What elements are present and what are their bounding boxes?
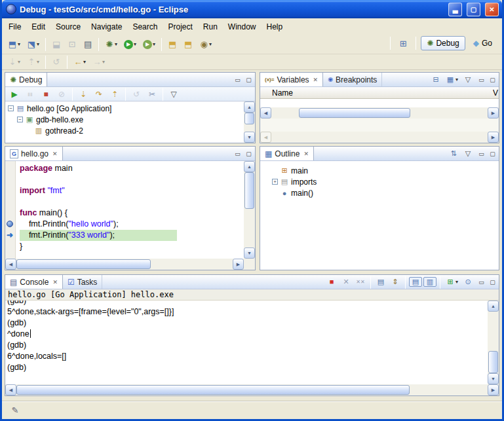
open-console-button-dropdown[interactable]: ▾ [456,280,458,285]
open-console-button[interactable]: ⊞▾ [444,277,460,287]
terminate-button[interactable]: ■ [325,277,338,287]
detail-horizontal-scrollbar[interactable]: ◀ ▶ [260,132,499,143]
breakpoint-marker[interactable] [7,221,13,227]
scrollbar-thumb[interactable] [244,113,254,124]
show-stdout-button[interactable]: ▤ [409,277,422,287]
scroll-right-button[interactable]: ▶ [488,384,499,395]
code-line[interactable]: } [20,241,244,252]
back-button-dropdown[interactable]: ▾ [83,60,86,65]
scroll-lock-button[interactable]: ⇕ [389,277,402,287]
scrollbar-thumb[interactable] [299,108,410,118]
debug-button-dropdown[interactable]: ▾ [115,42,117,47]
back-button[interactable]: ←▾ [71,56,88,68]
scrollbar-track[interactable] [16,259,233,270]
close-view-icon[interactable]: ✕ [303,151,309,157]
current-debug-line[interactable]: fmt.Println("333 world"); [20,230,177,241]
minimize-button[interactable]: ▃ [448,3,462,16]
code-editor[interactable]: package main import "fmt" func main() { … [16,161,244,259]
minimize-view-button[interactable]: ▭ [476,149,486,158]
close-button[interactable]: ✕ [485,3,499,16]
editor-marker-ruler[interactable]: ➜ [5,161,16,259]
print-button[interactable]: ▤ [81,38,95,50]
previous-annotation-button-dropdown[interactable]: ▾ [37,60,39,65]
close-editor-icon[interactable]: ✕ [52,151,58,157]
variables-horizontal-scrollbar[interactable]: ◀ ▶ [260,107,499,119]
tree-item-hello-go-go-application[interactable]: −▤hello.go [Go Application] [5,103,244,114]
minimize-view-button[interactable]: ▭ [233,149,242,158]
editor-vertical-scrollbar[interactable]: ▲ ▼ [244,161,255,259]
tree-item-main[interactable]: ●main() [269,187,499,198]
console-vertical-scrollbar[interactable]: ▲ ▼ [488,301,499,384]
value-column-header[interactable]: V [493,88,499,98]
terminate-button[interactable]: ■ [39,88,53,100]
scrollbar-thumb[interactable] [16,385,410,395]
menu-source[interactable]: Source [50,20,86,33]
scrollbar-track[interactable] [271,107,488,119]
perspective-go-button[interactable]: ◆ Go [467,36,498,50]
step-over-button[interactable]: ↷ [92,88,106,100]
debug-vertical-scrollbar[interactable]: ▲ ▼ [244,101,255,143]
scroll-left-button[interactable]: ◀ [5,259,16,270]
maximize-view-button[interactable]: ▢ [244,75,254,84]
tab-hello-go[interactable]: G hello.go ✕ [5,147,63,160]
minimize-view-button[interactable]: ▭ [476,278,486,286]
menu-file[interactable]: File [3,20,26,33]
next-annotation-button-dropdown[interactable]: ▾ [18,60,20,65]
new-wizard-button-dropdown[interactable]: ▾ [18,42,20,47]
scrollbar-thumb[interactable] [16,259,151,269]
tab-debug[interactable]: ✺ Debug [5,73,47,86]
external-tools-button[interactable]: ▶▾ [140,38,158,51]
title-bar[interactable]: Debug - testGo/src/cmd/hello.go - Eclips… [2,0,502,18]
menu-project[interactable]: Project [163,20,197,33]
menu-run[interactable]: Run [198,20,223,33]
code-line[interactable] [20,174,244,185]
name-column-header[interactable]: Name [272,88,293,98]
tree-item-gdb-hello-exe[interactable]: −▣gdb-hello.exe [5,114,244,125]
code-line[interactable]: import "fmt" [20,185,244,196]
menu-help[interactable]: Help [262,20,288,33]
maximize-view-button[interactable]: ▢ [244,149,254,158]
collapse-all-button[interactable]: ⊟ [429,75,442,84]
maximize-button[interactable]: ▢ [467,3,480,16]
tab-tasks[interactable]: ☑ Tasks [63,275,102,289]
scrollbar-thumb[interactable] [244,172,254,209]
expand-expander[interactable]: + [272,179,278,185]
new-other-button-dropdown[interactable]: ▾ [37,42,39,47]
search-button-dropdown[interactable]: ▾ [209,42,212,47]
close-view-icon[interactable]: ✕ [313,77,319,83]
menu-window[interactable]: Window [223,20,262,33]
console-output[interactable]: (gdb)5^done,stack-args=[frame={level="0"… [5,301,488,384]
scrollbar-track[interactable] [244,113,255,132]
new-other-button[interactable]: ⬔▾ [24,38,42,50]
variables-tree-area[interactable] [260,99,499,107]
scrollbar-thumb[interactable] [488,351,498,373]
tree-item-main[interactable]: ⊞main [269,165,499,176]
pin-console-button[interactable]: ⊙ [461,277,475,287]
collapse-expander[interactable]: − [8,105,14,111]
run-button-dropdown[interactable]: ▾ [134,42,136,47]
code-line[interactable]: package main [20,163,244,174]
code-line[interactable] [20,196,244,208]
menu-search[interactable]: Search [127,20,163,33]
view-menu-button[interactable]: ▽ [166,88,181,100]
close-view-icon[interactable]: ✕ [52,279,58,285]
scroll-right-button[interactable]: ▶ [488,107,499,119]
fast-view-button[interactable]: ✎ [8,404,22,416]
tab-outline[interactable]: ▦ Outline ✕ [260,147,314,160]
code-line[interactable]: func main() { [20,208,244,219]
scroll-down-button[interactable]: ▼ [244,247,255,259]
step-into-button[interactable]: ⇣ [76,88,90,100]
scroll-right-button[interactable]: ▶ [488,132,499,143]
variables-detail-pane[interactable] [260,119,499,132]
view-menu-button[interactable]: ▽ [461,149,475,158]
layout-button-dropdown[interactable]: ▾ [456,77,458,82]
instruction-pointer-marker[interactable]: ➜ [7,232,13,238]
collapse-expander[interactable]: − [17,117,23,122]
forward-button-dropdown[interactable]: ▾ [102,60,105,65]
scroll-left-button[interactable]: ◀ [5,384,16,395]
menu-navigate[interactable]: Navigate [86,20,127,33]
view-menu-button[interactable]: ▽ [461,75,475,84]
menu-edit[interactable]: Edit [26,20,50,33]
step-return-button[interactable]: ⇡ [107,88,122,100]
debug-button[interactable]: ✺▾ [102,38,120,50]
